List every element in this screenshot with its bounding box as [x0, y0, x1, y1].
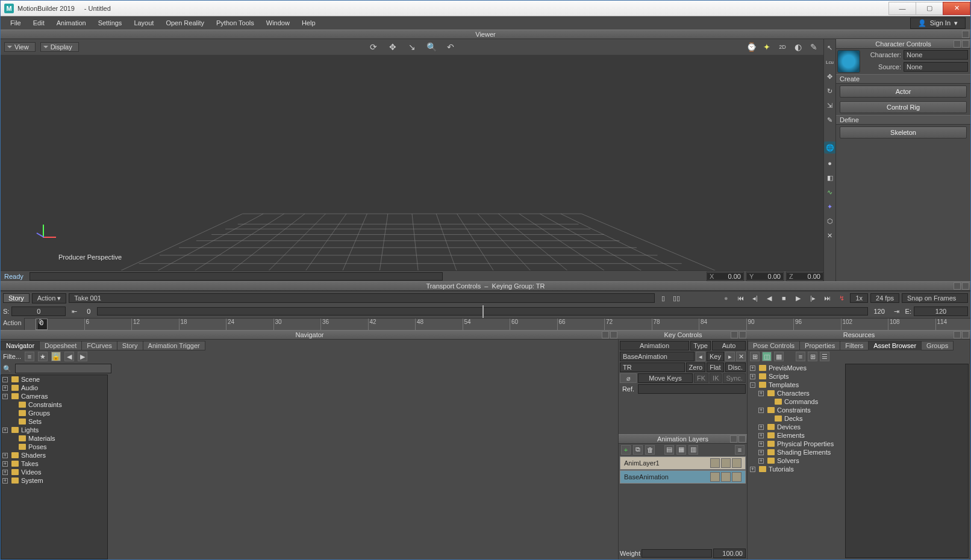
cross-tool-icon[interactable]: ✕ [825, 231, 835, 240]
al-stack-icon[interactable]: ▥ [688, 445, 698, 455]
tree-item[interactable]: +Takes [1, 459, 107, 468]
nav-close-icon[interactable] [610, 331, 617, 338]
layer-lock-icon[interactable] [710, 458, 720, 468]
menu-python-tools[interactable]: Python Tools [211, 19, 259, 27]
minimize-button[interactable]: — [888, 2, 916, 15]
al-del-layer-icon[interactable]: 🗑 [645, 445, 655, 455]
weight-input[interactable] [713, 549, 746, 558]
layer-solo-icon[interactable] [732, 472, 742, 482]
kc-link-icon[interactable]: ⌀ [620, 373, 637, 383]
goto-end-button[interactable]: ⏭ [821, 293, 833, 303]
tab-filters[interactable]: Filters [840, 341, 869, 350]
kc-layer-dropdown[interactable]: BaseAnimation [620, 352, 695, 361]
tree-item[interactable]: +Tutorials [749, 465, 843, 473]
cc-close-icon[interactable] [962, 40, 969, 48]
navigator-tree[interactable]: -Scene+Audio+CamerasConstraintsGroupsSet… [1, 375, 108, 559]
pan-icon[interactable]: ✥ [387, 41, 399, 53]
res-close-icon[interactable] [962, 331, 969, 338]
globe-tool-icon[interactable]: 🌐 [824, 142, 836, 154]
move-tool-icon[interactable]: ✥ [825, 72, 835, 81]
cc-source-dropdown[interactable]: None [904, 62, 968, 72]
paint-icon[interactable]: ✎ [808, 41, 820, 53]
kc-flat-button[interactable]: Flat [707, 362, 723, 372]
rotate-tool-icon[interactable]: ↻ [825, 86, 835, 96]
cc-skeleton-button[interactable]: Skeleton [840, 126, 967, 138]
al-merge-icon[interactable]: ▤ [664, 445, 674, 455]
panel-menu-icon[interactable] [962, 31, 969, 38]
layout-dual-icon[interactable]: ▯▯ [670, 293, 682, 303]
timeline-ruler[interactable]: 0 06121824303642485460667278849096102108… [25, 318, 970, 330]
undo-view-icon[interactable]: ↶ [445, 41, 457, 53]
cube-tool-icon[interactable]: ◧ [825, 173, 835, 182]
tree-item[interactable]: +System [1, 476, 107, 485]
tree-item[interactable]: +Elements [749, 431, 843, 440]
step-fwd-button[interactable]: |▸ [807, 293, 819, 303]
story-mode-button[interactable]: Story [3, 293, 30, 303]
range-lock-left-icon[interactable]: ⇤ [68, 306, 80, 317]
tab-groups[interactable]: Groups [921, 341, 954, 350]
tree-item[interactable]: +Characters [749, 389, 843, 397]
viewer-view-dropdown[interactable]: View [4, 42, 36, 52]
tree-item[interactable]: Constraints [1, 400, 107, 409]
al-dup-layer-icon[interactable]: ⧉ [633, 445, 643, 455]
res-view-tree-icon[interactable]: ⊞ [750, 352, 760, 361]
tree-item[interactable]: +Constraints [749, 406, 843, 414]
tree-item[interactable]: +Audio [1, 384, 107, 392]
menu-file[interactable]: File [5, 19, 26, 27]
coord-z[interactable]: Z0.00 [786, 272, 823, 281]
layer-row[interactable]: AnimLayer1 [620, 456, 746, 470]
tab-posecontrols[interactable]: Pose Controls [748, 341, 800, 350]
kc-tr-dropdown[interactable]: TR [620, 362, 685, 372]
kc-dock-icon[interactable] [731, 331, 738, 338]
menu-help[interactable]: Help [297, 19, 320, 27]
tree-item[interactable]: Poses [1, 443, 107, 451]
range-end-input[interactable] [914, 306, 968, 316]
menu-edit[interactable]: Edit [28, 19, 49, 27]
coord-y[interactable]: Y0.00 [746, 272, 784, 281]
kc-fk-button[interactable]: FK [694, 373, 708, 383]
tree-item[interactable]: Sets [1, 417, 107, 426]
tree-item[interactable]: +Lights [1, 426, 107, 434]
kc-sync-button[interactable]: Sync. [723, 373, 746, 383]
stop-button[interactable]: ■ [778, 293, 790, 303]
kc-key-button[interactable]: Key [707, 352, 724, 361]
select-tool-icon[interactable]: ↖ [825, 43, 835, 52]
al-flatten-icon[interactable]: ▦ [676, 445, 686, 455]
sphere-tool-icon[interactable]: ● [825, 158, 835, 168]
lasso-tool-icon[interactable]: Lcu [825, 57, 835, 67]
layer-solo-icon[interactable] [732, 458, 742, 468]
al-dock-icon[interactable] [730, 435, 737, 443]
tree-item[interactable]: -Scene [1, 375, 107, 384]
cc-character-dropdown[interactable]: None [904, 50, 968, 60]
tree-item[interactable]: +Physical Properties [749, 440, 843, 448]
snap-dropdown[interactable]: Snap on Frames [902, 293, 968, 303]
play-button[interactable]: ▶ [792, 293, 804, 303]
al-add-layer-icon[interactable]: + [621, 445, 631, 455]
tree-item[interactable]: +Solvers [749, 456, 843, 465]
tree-item[interactable]: Commands [749, 397, 843, 406]
tab-dopesheet[interactable]: Dopesheet [39, 341, 82, 350]
shading-icon[interactable]: ◐ [792, 41, 804, 53]
cc-actor-button[interactable]: Actor [840, 86, 967, 98]
range-start-input[interactable] [11, 306, 66, 316]
tree-item[interactable]: +Shaders [1, 451, 107, 459]
cc-controlrig-button[interactable]: Control Rig [840, 101, 967, 113]
maximize-button[interactable]: ▢ [916, 2, 943, 15]
tree-item[interactable]: +Scripts [749, 372, 843, 381]
menu-settings[interactable]: Settings [93, 19, 127, 27]
play-reverse-button[interactable]: ◀ [763, 293, 775, 303]
resources-tree[interactable]: +PrevisMoves+Scripts-Templates+Character… [748, 362, 844, 559]
kc-disc-button[interactable]: Disc. [725, 362, 746, 372]
menu-layout[interactable]: Layout [129, 19, 158, 27]
tab-assetbrowser[interactable]: Asset Browser [868, 341, 922, 350]
tree-item[interactable]: +Devices [749, 423, 843, 431]
nav-back-icon[interactable]: ◀ [64, 352, 74, 361]
goto-start-button[interactable]: ⏮ [734, 293, 746, 303]
play-rate-dropdown[interactable]: 1x [850, 293, 868, 303]
tree-item[interactable]: +Videos [1, 468, 107, 476]
layer-mute-icon[interactable] [721, 472, 731, 482]
take-dropdown[interactable]: Take 001 [69, 293, 655, 303]
res-view-split-icon[interactable]: ◫ [762, 352, 772, 361]
layer-lock-icon[interactable] [710, 472, 720, 482]
kc-movekeys-button[interactable]: Move Keys [638, 373, 693, 383]
